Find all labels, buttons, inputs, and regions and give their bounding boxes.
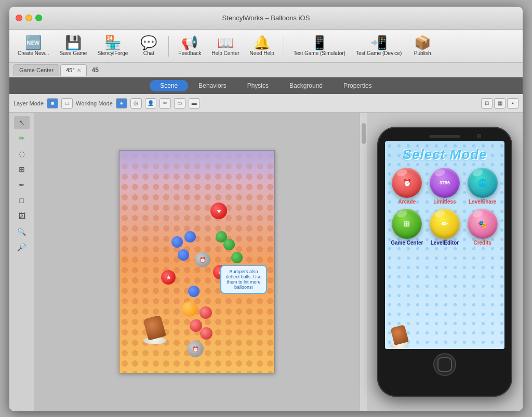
mode-name-levelshare: LevelShare <box>469 199 496 205</box>
mode-name-credits: Credits <box>473 240 491 246</box>
mode-name-gamecenter: Game Center <box>391 240 423 246</box>
scene-tab-behaviors-label: Behaviors <box>198 82 226 89</box>
create-new-button[interactable]: 🆕 Create New... <box>14 34 54 58</box>
pencil-tool[interactable]: ✏ <box>14 131 30 145</box>
balloon-red-1: ★ <box>210 203 227 219</box>
select-tool[interactable]: ↖ <box>14 116 30 129</box>
select-mode-screen: Select Mode ⏰ Arcade 3756 Limitl <box>385 141 504 349</box>
tab-scene-45[interactable]: 45° ✕ <box>60 64 87 76</box>
mode-bar: Layer Mode ■ □ Working Mode ● ◎ 👤 ✏ ▭ ▬ … <box>9 94 523 113</box>
chat-button[interactable]: 💬 Chat <box>134 34 163 58</box>
tooltip-text: Bumpers also deflect balls. Use them to … <box>226 269 262 290</box>
layer-mode-label: Layer Mode <box>14 100 44 106</box>
save-game-button[interactable]: 💾 Save Game <box>56 34 91 58</box>
iphone-camera <box>477 134 481 138</box>
scene-tab-scene[interactable]: Scene <box>150 80 188 91</box>
help-center-button[interactable]: 📖 Help Center <box>207 34 243 58</box>
mode-item-limitless[interactable]: 3756 Limitless <box>428 168 462 205</box>
scene-tab-background-label: Background <box>289 82 323 89</box>
minimize-button[interactable] <box>25 15 32 21</box>
tooltip-box: Bumpers also deflect balls. Use them to … <box>220 265 267 294</box>
mode-item-levelshare[interactable]: 🌐 LevelShare <box>466 168 499 205</box>
iphone-home-inner <box>437 357 452 372</box>
create-new-icon: 🆕 <box>25 36 42 49</box>
need-help-icon: 🔔 <box>254 36 270 49</box>
working-mode-label: Working Mode <box>76 100 113 106</box>
publish-label: Publish <box>414 50 431 56</box>
mode-item-leveleditor[interactable]: ✏ LevelEditor <box>428 209 462 246</box>
layer-mode-btn-2[interactable]: □ <box>61 98 73 109</box>
scene-canvas[interactable]: ★ ★ ★ ⏰ <box>34 113 360 411</box>
tab-game-center[interactable]: Game Center <box>14 64 59 76</box>
toolbar-separator-2 <box>284 36 284 57</box>
right-panel: Select Mode ⏰ Arcade 3756 Limitl <box>367 113 523 411</box>
feedback-button[interactable]: 📢 Feedback <box>174 34 205 58</box>
working-mode-btn-6[interactable]: ▬ <box>189 98 200 109</box>
zoom-in-tool[interactable]: 🔍 <box>14 225 30 238</box>
mode-item-gamecenter[interactable]: ⊞ Game Center <box>390 209 424 246</box>
scene-tab-background[interactable]: Background <box>279 80 333 91</box>
mode-name-leveleditor: LevelEditor <box>431 240 459 246</box>
mode-orb-arcade: ⏰ <box>392 168 422 198</box>
zoom-out-tool[interactable]: 🔎 <box>14 240 30 254</box>
scene-tab-behaviors[interactable]: Behaviors <box>188 80 236 91</box>
tab-scene-45-label: 45° <box>66 67 75 73</box>
balloon-blue-1 <box>171 236 183 248</box>
scene-tabs: Scene Behaviors Physics Background Prope… <box>9 77 523 94</box>
layer-mode-btn-1[interactable]: ■ <box>47 98 58 109</box>
scene-cloud <box>119 151 274 182</box>
help-center-label: Help Center <box>211 50 239 56</box>
mode-item-arcade[interactable]: ⏰ Arcade <box>390 168 424 205</box>
maximize-button[interactable] <box>35 15 42 21</box>
publish-button[interactable]: 📦 Publish <box>408 34 437 58</box>
window-title: StencylWorks – Balloons iOS <box>222 14 310 22</box>
balloon-blue-4 <box>188 286 200 297</box>
feedback-label: Feedback <box>178 50 201 56</box>
stencylforge-button[interactable]: 🏪 StencylForge <box>93 34 132 58</box>
mode-orb-limitless: 3756 <box>430 168 460 198</box>
mode-right-buttons: ⊡ ▦ ▪ <box>481 98 518 109</box>
mode-item-credits[interactable]: 🎭 Credits <box>466 209 499 246</box>
mode-name-arcade: Arcade <box>398 199 416 205</box>
iphone-home-button[interactable] <box>433 353 456 376</box>
window-controls <box>16 15 42 21</box>
test-simulator-button[interactable]: 📱 Test Game (Simulator) <box>289 34 350 58</box>
zoom-fit-button[interactable]: ⊡ <box>481 98 493 109</box>
working-mode-btn-3[interactable]: 👤 <box>145 98 156 109</box>
balloon-clock: ⏰ <box>195 252 210 267</box>
help-center-icon: 📖 <box>217 36 234 49</box>
actor-tool[interactable]: □ <box>14 194 30 207</box>
scene-tab-physics[interactable]: Physics <box>237 80 279 91</box>
paint-tool[interactable]: ✒ <box>14 178 30 192</box>
mode-name-limitless: Limitless <box>433 199 456 205</box>
working-mode-btn-4[interactable]: ✏ <box>159 98 171 109</box>
tab-close-icon[interactable]: ✕ <box>77 68 81 73</box>
scene-tab-scene-label: Scene <box>160 82 178 89</box>
mode-orb-gamecenter: ⊞ <box>392 209 422 239</box>
scroll-bar[interactable] <box>360 113 367 411</box>
working-mode-btn-2[interactable]: ◎ <box>130 98 142 109</box>
tab-game-center-label: Game Center <box>19 67 54 73</box>
view-btn-3[interactable]: ▪ <box>507 98 518 109</box>
scene-tab-properties-label: Properties <box>343 82 372 89</box>
iphone-speaker <box>429 135 460 138</box>
test-simulator-icon: 📱 <box>311 36 328 49</box>
balloon-red-2: ★ <box>161 270 176 285</box>
scene-number: 45 <box>92 66 99 74</box>
eraser-tool[interactable]: ◌ <box>14 147 30 160</box>
working-mode-btn-1[interactable]: ● <box>116 98 127 109</box>
close-button[interactable] <box>16 15 22 21</box>
save-game-icon: 💾 <box>65 36 82 49</box>
scroll-thumb[interactable] <box>362 123 366 144</box>
test-device-button[interactable]: 📲 Test Game (Device) <box>352 34 406 58</box>
test-simulator-label: Test Game (Simulator) <box>294 50 345 56</box>
create-new-label: Create New... <box>18 50 49 56</box>
view-btn-2[interactable]: ▦ <box>494 98 506 109</box>
image-tool[interactable]: 🖼 <box>14 209 30 223</box>
scene-tab-properties[interactable]: Properties <box>333 80 382 91</box>
scene-tab-physics-label: Physics <box>247 82 269 89</box>
grid-tool[interactable]: ⊞ <box>14 163 30 176</box>
need-help-button[interactable]: 🔔 Need Help <box>246 34 278 58</box>
working-mode-btn-5[interactable]: ▭ <box>174 98 185 109</box>
iphone-screen: Select Mode ⏰ Arcade 3756 Limitl <box>385 141 504 349</box>
